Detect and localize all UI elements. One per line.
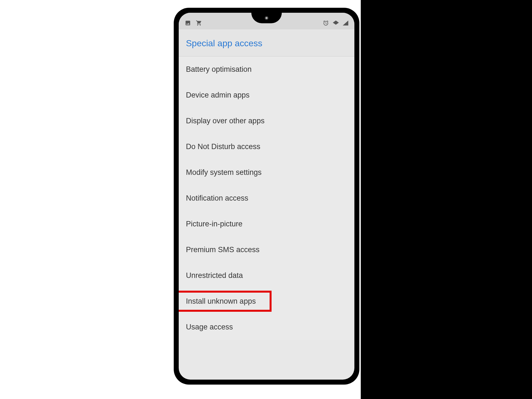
- wifi-icon: [333, 21, 339, 27]
- list-item-picture-in-picture[interactable]: Picture-in-picture: [179, 211, 354, 237]
- list-item-do-not-disturb-access[interactable]: Do Not Disturb access: [179, 134, 354, 160]
- page-header: Special app access: [179, 29, 354, 57]
- camera-icon: [265, 16, 268, 20]
- list-item-install-unknown-apps[interactable]: Install unknown apps: [179, 288, 354, 314]
- list-item-label: Device admin apps: [186, 91, 250, 99]
- list-item-premium-sms-access[interactable]: Premium SMS access: [179, 237, 354, 263]
- phone-screen: Special app access Battery optimisation …: [179, 13, 354, 380]
- signal-icon: [343, 21, 348, 27]
- list-item-modify-system-settings[interactable]: Modify system settings: [179, 160, 354, 185]
- list-item-label: Unrestricted data: [186, 271, 243, 280]
- list-item-label: Modify system settings: [186, 168, 262, 177]
- list-item-label: Notification access: [186, 194, 248, 202]
- list-item-usage-access[interactable]: Usage access: [179, 314, 354, 340]
- list-item-label: Usage access: [186, 323, 233, 331]
- settings-list: Battery optimisation Device admin apps D…: [179, 57, 354, 340]
- alarm-icon: [323, 20, 329, 27]
- list-item-label: Premium SMS access: [186, 245, 260, 254]
- image-icon: [185, 20, 191, 27]
- list-item-device-admin-apps[interactable]: Device admin apps: [179, 82, 354, 108]
- list-item-label: Battery optimisation: [186, 65, 252, 73]
- page-title: Special app access: [186, 38, 347, 48]
- list-item-label: Do Not Disturb access: [186, 142, 260, 151]
- status-bar-right: [323, 20, 348, 27]
- status-bar-left: [185, 20, 202, 27]
- list-item-label: Display over other apps: [186, 117, 265, 125]
- cart-icon: [196, 20, 202, 27]
- list-item-label: Picture-in-picture: [186, 220, 242, 228]
- list-item-unrestricted-data[interactable]: Unrestricted data: [179, 263, 354, 288]
- list-item-label: Install unknown apps: [186, 297, 256, 305]
- list-item-notification-access[interactable]: Notification access: [179, 185, 354, 211]
- list-item-battery-optimisation[interactable]: Battery optimisation: [179, 57, 354, 82]
- phone-frame: Special app access Battery optimisation …: [174, 8, 359, 385]
- list-item-display-over-other-apps[interactable]: Display over other apps: [179, 108, 354, 134]
